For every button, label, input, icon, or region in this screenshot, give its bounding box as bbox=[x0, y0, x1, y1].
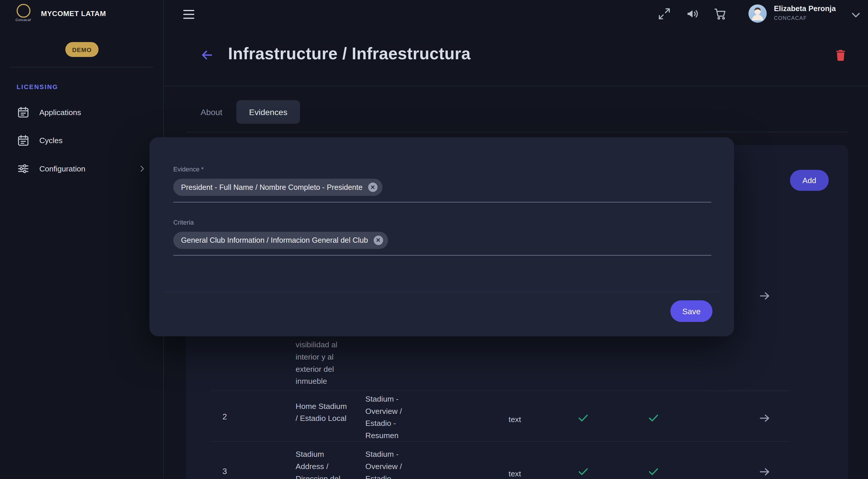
check-icon bbox=[577, 465, 590, 478]
evidence-field-label: Evidence * bbox=[173, 166, 204, 173]
back-arrow-icon[interactable] bbox=[199, 47, 214, 63]
calendar-icon bbox=[17, 134, 30, 147]
table-cell-criteria: Stadium - Overview / Estadio - bbox=[365, 448, 427, 479]
table-cell-evidence: visibilidad al interior y al exterior de… bbox=[296, 339, 351, 387]
save-button[interactable]: Save bbox=[670, 300, 712, 322]
evidence-chip-label: President - Full Name / Nombre Completo … bbox=[181, 183, 363, 191]
licensing-section-label: LICENSING bbox=[17, 83, 58, 90]
arrow-right-icon[interactable] bbox=[758, 412, 771, 425]
row-divider bbox=[210, 441, 789, 442]
logo-caption: Concacaf bbox=[10, 18, 36, 21]
demo-badge: DEMO bbox=[65, 42, 98, 57]
dialog-divider bbox=[164, 292, 719, 292]
viewport: Concacaf MYCOMET LATAM Elizabeta Peronja… bbox=[0, 0, 868, 479]
sidebar-item-label: Applications bbox=[39, 108, 81, 116]
evidence-chip[interactable]: President - Full Name / Nombre Completo … bbox=[173, 179, 382, 196]
hamburger-icon bbox=[183, 10, 194, 11]
table-cell-type: text bbox=[487, 413, 542, 425]
arrow-right-icon[interactable] bbox=[758, 465, 771, 478]
table-cell-evidence: Stadium Address / Direccion del bbox=[296, 448, 351, 479]
divider bbox=[10, 67, 153, 67]
criteria-input-underline[interactable] bbox=[173, 255, 711, 255]
divider bbox=[186, 132, 848, 132]
calendar-icon bbox=[17, 106, 30, 119]
check-icon bbox=[647, 465, 660, 478]
divider bbox=[164, 86, 868, 87]
brand-title: MYCOMET LATAM bbox=[41, 9, 106, 18]
criteria-chip[interactable]: General Club Information / Informacion G… bbox=[173, 232, 388, 249]
chevron-right-icon bbox=[137, 164, 147, 174]
add-button[interactable]: Add bbox=[790, 170, 829, 191]
tab-about[interactable]: About bbox=[194, 100, 229, 124]
evidence-dialog: Evidence * President - Full Name / Nombr… bbox=[150, 137, 734, 337]
remove-chip-icon[interactable]: ✕ bbox=[368, 182, 377, 192]
table-cell-index: 2 bbox=[214, 412, 236, 421]
megaphone-icon[interactable] bbox=[686, 7, 699, 21]
sliders-icon bbox=[17, 162, 30, 175]
user-name[interactable]: Elizabeta Peronja bbox=[774, 4, 836, 12]
cart-icon[interactable] bbox=[714, 7, 727, 21]
delete-icon[interactable] bbox=[834, 48, 847, 62]
sidebar-item-label: Configuration bbox=[39, 164, 85, 173]
menu-toggle-button[interactable] bbox=[183, 10, 194, 19]
chevron-down-icon[interactable] bbox=[849, 8, 863, 22]
user-org: CONCACAF bbox=[774, 15, 807, 21]
criteria-chip-label: General Club Information / Informacion G… bbox=[181, 236, 368, 244]
evidence-input-underline[interactable] bbox=[173, 202, 711, 202]
sidebar-item-cycles[interactable]: Cycles bbox=[0, 127, 163, 155]
table-cell-type: text bbox=[487, 467, 542, 479]
concacaf-logo bbox=[17, 4, 30, 18]
avatar[interactable] bbox=[748, 4, 767, 23]
page-title: Infrastructure / Infraestructura bbox=[228, 44, 470, 63]
table-cell-criteria: Stadium - Overview / Estadio - Resumen bbox=[365, 393, 427, 442]
arrow-right-icon[interactable] bbox=[758, 289, 771, 302]
table-cell-evidence: Home Stadium / Estadio Local bbox=[296, 400, 351, 424]
fullscreen-icon[interactable] bbox=[658, 7, 671, 21]
sidebar-item-applications[interactable]: Applications bbox=[0, 98, 163, 126]
criteria-field-label: Criteria bbox=[173, 219, 194, 226]
check-icon bbox=[647, 412, 660, 424]
remove-chip-icon[interactable]: ✕ bbox=[373, 236, 383, 245]
table-cell-index: 3 bbox=[214, 467, 236, 476]
sidebar-item-label: Cycles bbox=[39, 136, 63, 145]
row-divider bbox=[210, 390, 789, 391]
tab-evidences[interactable]: Evidences bbox=[236, 100, 300, 124]
app: Concacaf MYCOMET LATAM Elizabeta Peronja… bbox=[0, 0, 868, 479]
check-icon bbox=[577, 412, 590, 424]
